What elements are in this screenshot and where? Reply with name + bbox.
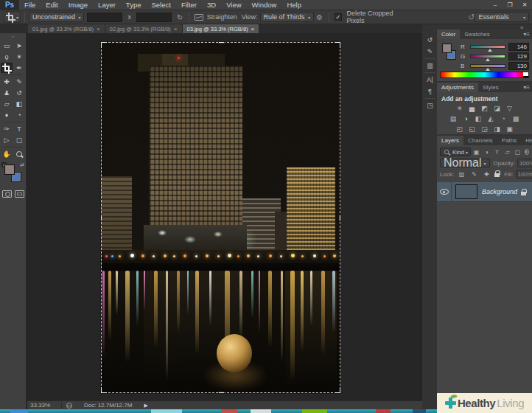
adjustment-color-lookup-icon[interactable]: ▩ (511, 114, 521, 123)
tool-hand[interactable]: ✋ (1, 149, 13, 159)
adjustment-hue-saturation-icon[interactable]: ▤ (448, 114, 458, 123)
layers-tab-paths[interactable]: Paths (497, 136, 521, 145)
menu-file[interactable]: File (19, 0, 41, 10)
menu-image[interactable]: Image (63, 0, 93, 10)
crop-width-input[interactable] (87, 13, 122, 22)
tool-rectangular-marquee[interactable]: ▭ (1, 41, 13, 51)
layers-tab-history[interactable]: History (521, 136, 532, 145)
layers-tab-channels[interactable]: Channels (463, 136, 497, 145)
menu-3d[interactable]: 3D (202, 0, 221, 10)
crop-handle-top-left[interactable] (101, 42, 107, 48)
foreground-color-swatch[interactable] (442, 44, 452, 53)
foreground-color-swatch[interactable] (4, 164, 15, 175)
tool-quick-selection[interactable]: ✶ (13, 52, 25, 62)
menu-select[interactable]: Select (146, 0, 175, 10)
adjustments-tab-styles[interactable]: Styles (478, 83, 503, 92)
channel-slider-b[interactable] (470, 64, 505, 68)
tool-brush[interactable]: ✎ (13, 77, 25, 87)
workspace-select[interactable]: Essentials ▾ (475, 12, 529, 22)
menu-type[interactable]: Type (121, 0, 147, 10)
gear-icon[interactable]: ⚙ (316, 13, 323, 21)
adjustment-channel-mixer-icon[interactable]: ◔ (498, 114, 508, 123)
adjustment-black-white-icon[interactable]: ◧ (473, 114, 483, 123)
adjustment-gradient-map-icon[interactable]: ◨ (492, 125, 503, 133)
adjustment-exposure-icon[interactable]: ◪ (492, 104, 503, 113)
tool-preset-button[interactable]: ▾ (4, 11, 21, 23)
slider-thumb[interactable] (486, 58, 490, 61)
crop-preset-select[interactable]: Unconstrained ▾ (29, 12, 84, 22)
crop-handle-left[interactable] (101, 215, 102, 221)
straighten-button[interactable]: Straighten (207, 13, 237, 21)
adjustments-tab-adjustments[interactable]: Adjustments (437, 83, 478, 92)
adjustment-levels-icon[interactable]: ▅ (467, 104, 477, 113)
tool-pen[interactable]: ✑ (1, 124, 13, 134)
tool-type[interactable]: T (13, 124, 25, 134)
lock-position-icon[interactable]: ✚ (482, 170, 491, 178)
panel-icon-paragraph[interactable]: ¶ (424, 86, 436, 97)
channel-slider-g[interactable] (470, 55, 505, 58)
tool-rectangle[interactable]: ▢ (13, 135, 25, 145)
opacity-value[interactable]: 100% ▾ (517, 159, 532, 167)
tool-dodge[interactable]: ◔ (13, 110, 25, 120)
adjustment-threshold-icon[interactable]: ◲ (480, 125, 490, 133)
tool-zoom[interactable] (13, 149, 25, 159)
tool-crop[interactable] (1, 63, 13, 73)
filter-shape-layers-icon[interactable]: ▱ (503, 148, 512, 156)
color-panel-menu-icon[interactable]: ▾≡ (521, 30, 532, 39)
zoom-level-field[interactable]: 33.33% (30, 402, 57, 409)
channel-value[interactable]: 129 (508, 52, 529, 60)
tool-eyedropper[interactable]: ✒ (13, 63, 25, 73)
crop-height-input[interactable] (136, 13, 172, 22)
document-tab-3[interactable]: 03.jpg @ 33.3% (RGB/8)× (183, 24, 260, 33)
close-icon[interactable]: × (174, 26, 178, 32)
slider-thumb[interactable] (486, 68, 490, 71)
tool-blur[interactable]: ♦ (1, 110, 13, 120)
tool-gradient[interactable]: ◧ (13, 99, 25, 109)
close-icon[interactable]: × (97, 26, 100, 32)
quick-mask-icon[interactable] (2, 190, 12, 198)
rotate-crop-icon[interactable]: ↻ (177, 13, 183, 21)
layer-thumbnail[interactable] (455, 184, 477, 199)
lock-all-icon[interactable] (494, 170, 500, 177)
filter-smart-objects-icon[interactable]: ▢ (513, 148, 522, 156)
restore-button[interactable]: ❒ (503, 0, 517, 10)
layer-filter-select[interactable]: Kind ▾ (440, 148, 471, 156)
adjustment-invert-icon[interactable]: ◰ (455, 125, 465, 133)
tool-clone-stamp[interactable]: ♟ (1, 88, 13, 98)
channel-value[interactable]: 130 (508, 62, 529, 70)
filter-pixel-layers-icon[interactable]: ▣ (472, 148, 481, 156)
color-spectrum-ramp[interactable] (440, 72, 529, 78)
tool-history-brush[interactable]: ↺ (13, 88, 25, 98)
close-button[interactable]: ✕ (517, 0, 532, 10)
adjustment-color-balance-icon[interactable]: ◑ (461, 114, 471, 123)
swap-colors-icon[interactable]: ⇄ (20, 162, 24, 168)
screen-mode-icon[interactable] (15, 190, 24, 198)
adjustments-panel-menu-icon[interactable]: ▾≡ (521, 83, 532, 92)
straighten-icon[interactable] (195, 14, 203, 21)
toolbar-collapse-icon[interactable]: ↔ (0, 33, 26, 39)
adjustment-selective-color-icon[interactable]: ▣ (505, 125, 515, 133)
panel-icon-history[interactable]: ↺ (424, 35, 436, 45)
panel-icon-character[interactable]: A| (424, 74, 436, 85)
tool-eraser[interactable]: ▱ (1, 99, 13, 109)
channel-value[interactable]: 146 (508, 43, 529, 51)
adjustment-posterize-icon[interactable]: ◱ (467, 125, 477, 133)
filter-toggle-switch[interactable] (525, 149, 529, 155)
tool-path-selection[interactable]: ▷ (1, 135, 13, 145)
reset-icon[interactable]: ↺ (468, 13, 475, 22)
panel-icon-3d[interactable]: ◳ (424, 100, 436, 111)
menu-layer[interactable]: Layer (93, 0, 121, 10)
layer-row-background[interactable]: Background (437, 182, 532, 201)
channel-slider-r[interactable] (470, 45, 505, 49)
panel-icon-brush-presets[interactable]: ✎ (424, 46, 436, 57)
panel-icon-info[interactable]: ▥ (424, 60, 436, 71)
document-tab-1[interactable]: 01.jpg @ 33.3% (RGB/8)× (28, 24, 105, 33)
tool-spot-healing-brush[interactable]: ✚ (1, 77, 13, 87)
crop-handle-top-right[interactable] (335, 42, 340, 48)
tool-lasso[interactable]: ϙ (1, 52, 13, 62)
delete-cropped-pixels-checkbox[interactable]: ✓ (335, 13, 341, 21)
layers-tab-layers[interactable]: Layers (437, 136, 463, 145)
minimize-button[interactable]: – (488, 0, 503, 10)
canvas-image[interactable] (101, 42, 340, 393)
layer-visibility-cell[interactable] (437, 182, 452, 201)
